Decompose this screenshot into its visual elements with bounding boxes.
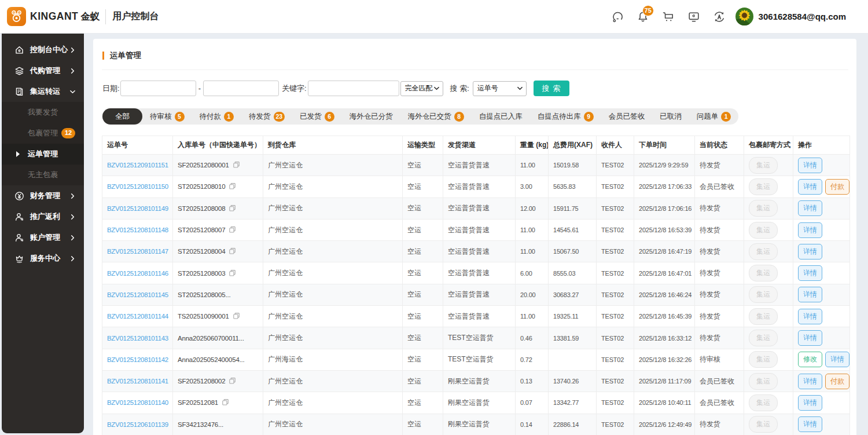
waybill-link[interactable]: BZV01251209101151	[107, 162, 168, 169]
consolidate-button[interactable]: 集运	[749, 222, 778, 239]
waybill-cell: BZV01251208101143	[102, 327, 173, 349]
consolidate-button[interactable]: 集运	[749, 286, 778, 303]
cost-cell: 30683.27	[549, 284, 597, 305]
sidebar-subitem-无主包裹[interactable]: 无主包裹	[2, 165, 84, 185]
edit-button[interactable]: 修改	[798, 352, 822, 367]
tab-海外仓已交货[interactable]: 海外仓已交货8	[400, 108, 472, 125]
sidebar-item-集运转运[interactable]: 集运转运	[2, 81, 84, 102]
avatar[interactable]	[735, 8, 753, 25]
tab-待审核[interactable]: 待审核5	[142, 108, 192, 125]
detail-button[interactable]: 详情	[798, 416, 822, 432]
detail-button[interactable]: 详情	[825, 352, 849, 367]
content-card: 运单管理 日期: - 关键字: 完全匹配 搜 索: 运单号 搜 索 全部待审核5…	[93, 39, 856, 435]
detail-button[interactable]: 详情	[798, 222, 822, 238]
copy-icon[interactable]	[229, 377, 236, 385]
waybill-link[interactable]: BZV01251208101145	[107, 291, 168, 298]
consolidate-button[interactable]: 集运	[749, 200, 778, 217]
copy-icon[interactable]	[233, 161, 240, 169]
actions-cell: 详情	[793, 241, 850, 262]
waybill-link[interactable]: BZV01251208101141	[107, 378, 168, 385]
time-cell: 2025/12/8 11:17:09	[634, 370, 695, 392]
cart-icon[interactable]	[661, 10, 675, 24]
detail-button[interactable]: 详情	[798, 309, 822, 324]
tab-已取消[interactable]: 已取消	[652, 108, 689, 125]
sidebar-item-财务管理[interactable]: 财务管理	[2, 185, 84, 206]
sidebar-subitem-我要发货[interactable]: 我要发货	[2, 102, 84, 123]
inbound-cell: TS202510090001	[173, 306, 263, 327]
weight-cell: 6.00	[516, 262, 549, 284]
customer-service-icon[interactable]	[610, 10, 624, 24]
detail-button[interactable]: 详情	[798, 244, 822, 259]
tab-海外仓已分货[interactable]: 海外仓已分货	[342, 108, 400, 125]
waybill-link[interactable]: BZV01251208101143	[107, 335, 168, 342]
detail-button[interactable]: 详情	[798, 200, 822, 216]
tab-count-badge: 5	[175, 112, 185, 122]
consolidate-button[interactable]: 集运	[749, 373, 778, 390]
consolidate-button[interactable]: 集运	[749, 351, 778, 368]
sidebar-item-账户管理[interactable]: 账户管理	[2, 227, 84, 248]
copy-icon[interactable]	[222, 399, 229, 406]
detail-button[interactable]: 详情	[798, 374, 822, 389]
consolidate-button[interactable]: 集运	[749, 308, 778, 325]
detail-button[interactable]: 详情	[798, 265, 822, 281]
sidebar-item-服务中心[interactable]: 服务中心	[2, 248, 84, 269]
sidebar-subitem-包裹管理[interactable]: 包裹管理12	[2, 123, 84, 144]
waybill-link[interactable]: BZV01251208101144	[107, 313, 168, 320]
waybill-link[interactable]: BZV01251208101146	[107, 270, 168, 277]
sidebar-item-推广返利[interactable]: 推广返利	[2, 206, 84, 227]
detail-button[interactable]: 详情	[798, 179, 822, 195]
brand-logo[interactable]	[7, 7, 26, 26]
detail-button[interactable]: 详情	[798, 158, 822, 173]
copy-icon[interactable]	[229, 226, 236, 233]
consolidate-button[interactable]: 集运	[749, 265, 778, 282]
copy-icon[interactable]	[229, 204, 236, 212]
user-email[interactable]: 3061628584@qq.com	[759, 12, 846, 21]
waybill-link[interactable]: BZV01251208101149	[107, 205, 168, 212]
consolidate-button[interactable]: 集运	[749, 157, 778, 174]
tab-自提点已入库[interactable]: 自提点已入库	[472, 108, 530, 125]
pay-button[interactable]: 付款	[825, 179, 849, 195]
tab-问题单[interactable]: 问题单1	[689, 108, 739, 125]
chevron-right-icon	[69, 47, 76, 53]
waybill-link[interactable]: BZV01251208101150	[107, 183, 168, 190]
keyword-input[interactable]	[308, 81, 399, 96]
detail-button[interactable]: 详情	[798, 330, 822, 346]
sidebar-item-代购管理[interactable]: 代购管理	[2, 60, 84, 81]
cost-cell: 13342.77	[549, 392, 597, 414]
match-mode-select[interactable]: 完全匹配	[400, 81, 443, 96]
monitor-icon[interactable]	[687, 10, 701, 24]
detail-button[interactable]: 详情	[798, 395, 822, 411]
notifications-bell-icon[interactable]: 75	[636, 10, 650, 24]
consolidate-button[interactable]: 集运	[749, 416, 778, 433]
tab-会员已签收[interactable]: 会员已签收	[601, 108, 653, 125]
tab-待付款[interactable]: 待付款1	[192, 108, 242, 125]
copy-icon[interactable]	[229, 247, 236, 255]
consolidate-button[interactable]: 集运	[749, 243, 778, 260]
waybill-link[interactable]: BZV01251208101148	[107, 226, 168, 233]
copy-icon[interactable]	[229, 269, 236, 277]
detail-button[interactable]: 详情	[798, 287, 822, 302]
waybill-link[interactable]: BZV01251206101139	[107, 421, 168, 428]
language-switch-icon[interactable]	[712, 10, 726, 24]
chevron-right-icon	[69, 68, 76, 74]
pay-button[interactable]: 付款	[825, 374, 849, 389]
inbound-cell: ST20251208004	[173, 241, 263, 262]
tab-全部[interactable]: 全部	[102, 108, 142, 125]
search-button[interactable]: 搜 索	[534, 81, 569, 96]
tab-已发货[interactable]: 已发货6	[292, 108, 342, 125]
waybill-link[interactable]: BZV01251208101142	[107, 356, 168, 363]
consolidate-button[interactable]: 集运	[749, 330, 778, 346]
sidebar-subitem-运单管理[interactable]: 运单管理	[2, 144, 84, 165]
sidebar-item-控制台中心[interactable]: 控制台中心	[2, 39, 84, 60]
consolidate-button[interactable]: 集运	[749, 178, 778, 195]
copy-icon[interactable]	[233, 312, 240, 320]
tab-待发货[interactable]: 待发货23	[241, 108, 292, 125]
date-to-input[interactable]	[203, 81, 279, 96]
date-from-input[interactable]	[120, 81, 196, 96]
waybill-link[interactable]: BZV01251208101140	[107, 399, 168, 406]
tab-自提点待出库[interactable]: 自提点待出库9	[530, 108, 601, 125]
copy-icon[interactable]	[229, 182, 236, 190]
consolidate-button[interactable]: 集运	[749, 394, 778, 411]
search-type-select[interactable]: 运单号	[473, 81, 527, 96]
waybill-link[interactable]: BZV01251208101147	[107, 248, 168, 255]
